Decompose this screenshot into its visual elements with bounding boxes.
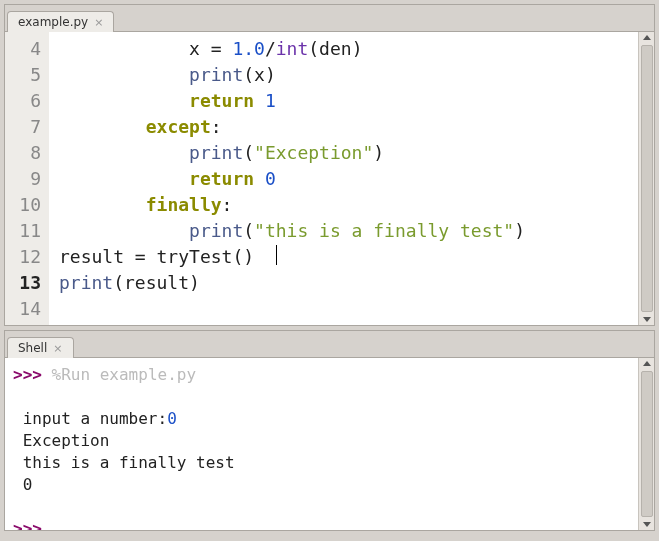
code-token: result = tryTest() [59, 246, 276, 267]
line-number: 12 [11, 244, 41, 270]
shell-panel: Shell × >>> %Run example.py input a numb… [4, 330, 655, 531]
shell-tab[interactable]: Shell × [7, 337, 74, 358]
code-token: finally [146, 194, 222, 215]
line-number: 7 [11, 114, 41, 140]
shell-tabbar: Shell × [5, 331, 654, 357]
text-cursor [276, 245, 277, 265]
code-token: print [189, 64, 243, 85]
code-token: ( [243, 142, 254, 163]
code-token: return [189, 168, 254, 189]
line-number-gutter: 4567891011121314 [5, 32, 49, 325]
scroll-down-icon[interactable] [643, 317, 651, 322]
shell-line: this is a finally test [13, 452, 630, 474]
code-token: ) [514, 220, 525, 241]
shell-line: 0 [13, 474, 630, 496]
code-token: : [211, 116, 222, 137]
shell-tab-label: Shell [18, 341, 47, 355]
line-number: 10 [11, 192, 41, 218]
shell-content-wrap: >>> %Run example.py input a number:0 Exc… [5, 357, 654, 530]
code-token: "this is a finally test" [254, 220, 514, 241]
line-number: 4 [11, 36, 41, 62]
scroll-up-icon[interactable] [643, 361, 651, 366]
close-icon[interactable]: × [94, 17, 103, 28]
code-token: / [265, 38, 276, 59]
code-token: print [59, 272, 113, 293]
code-token: "Exception" [254, 142, 373, 163]
line-number: 6 [11, 88, 41, 114]
scroll-down-icon[interactable] [643, 522, 651, 527]
code-token [254, 168, 265, 189]
code-line: except: [59, 114, 632, 140]
line-number: 9 [11, 166, 41, 192]
line-number: 14 [11, 296, 41, 322]
code-token: 1 [265, 90, 276, 111]
line-number: 13 [11, 270, 41, 296]
shell-line: >>> %Run example.py [13, 364, 630, 386]
shell-line: Exception [13, 430, 630, 452]
line-number: 5 [11, 62, 41, 88]
code-token: : [222, 194, 233, 215]
line-number: 8 [11, 140, 41, 166]
shell-line: >>> [13, 518, 630, 530]
code-token: (result) [113, 272, 200, 293]
editor-tabbar: example.py × [5, 5, 654, 31]
shell-blank [13, 496, 630, 518]
shell-prompt: >>> [13, 365, 42, 384]
editor-content: 4567891011121314 x = 1.0/int(den) print(… [5, 31, 654, 325]
code-line: print("this is a finally test") [59, 218, 632, 244]
code-token: (x) [243, 64, 276, 85]
shell-scrollbar[interactable] [638, 358, 654, 530]
code-line: x = 1.0/int(den) [59, 36, 632, 62]
shell-line: input a number:0 [13, 408, 630, 430]
scroll-up-icon[interactable] [643, 35, 651, 40]
shell-output[interactable]: >>> %Run example.py input a number:0 Exc… [5, 358, 638, 530]
close-icon[interactable]: × [53, 343, 62, 354]
code-token: ( [243, 220, 254, 241]
code-token: print [189, 142, 243, 163]
code-token: int [276, 38, 309, 59]
code-line: result = tryTest() [59, 244, 632, 270]
code-token: x = [189, 38, 232, 59]
code-line: finally: [59, 192, 632, 218]
code-token [254, 90, 265, 111]
code-token: except [146, 116, 211, 137]
code-line: print("Exception") [59, 140, 632, 166]
code-token: ) [373, 142, 384, 163]
code-token: 0 [265, 168, 276, 189]
code-token: return [189, 90, 254, 111]
shell-run-cmd: %Run example.py [52, 365, 197, 384]
code-line: return 0 [59, 166, 632, 192]
code-line: return 1 [59, 88, 632, 114]
editor-tab-label: example.py [18, 15, 88, 29]
code-line: print(result) [59, 270, 632, 296]
code-token: (den) [308, 38, 362, 59]
editor-tab[interactable]: example.py × [7, 11, 114, 32]
code-token: print [189, 220, 243, 241]
code-line: print(x) [59, 62, 632, 88]
code-area[interactable]: x = 1.0/int(den) print(x) return 1 excep… [49, 32, 638, 325]
line-number: 11 [11, 218, 41, 244]
code-token: 1.0 [232, 38, 265, 59]
shell-prompt: >>> [13, 519, 42, 530]
scroll-thumb[interactable] [641, 371, 653, 517]
editor-scrollbar[interactable] [638, 32, 654, 325]
editor-panel: example.py × 4567891011121314 x = 1.0/in… [4, 4, 655, 326]
shell-blank [13, 386, 630, 408]
scroll-thumb[interactable] [641, 45, 653, 312]
shell-number: 0 [167, 409, 177, 428]
